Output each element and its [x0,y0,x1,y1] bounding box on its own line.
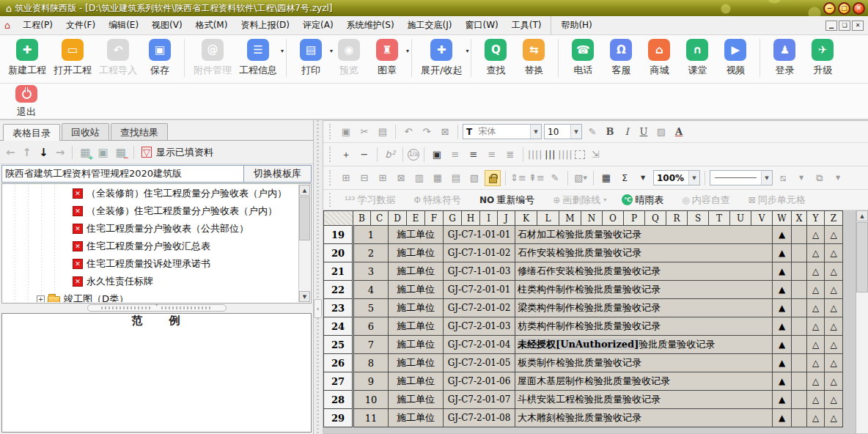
lock-cell-icon[interactable] [485,170,501,186]
cut-icon[interactable]: ✂ [356,124,372,140]
cell-mark-w[interactable]: ▲ [773,244,792,262]
toolbar-button[interactable]: ⇆ 替换 [515,39,553,77]
cell-mark-w[interactable]: ▲ [773,226,792,244]
cell-mark-w[interactable]: ▲ [773,262,792,281]
superscript-icon[interactable]: b² [382,147,398,163]
font-size-select[interactable]: 10 ▼ [544,124,582,139]
toolbar-button[interactable]: ✚ 展开/收起 ▾ [417,39,466,77]
line-spacing-icon[interactable]: ⇞≡ [529,170,545,186]
cell-mark-x[interactable] [792,409,807,427]
toolbar-button[interactable]: ▶ 视频 [716,39,754,77]
cell-name[interactable]: 斗栱安装工程检验批质量验收记录 [515,391,773,409]
cell-mark-y[interactable]: △ [807,244,825,262]
tree-expander-icon[interactable]: + [37,295,45,302]
toolbar-button[interactable]: Ω 客服 [602,39,640,77]
row-header[interactable]: 26 [324,354,353,372]
shrink-icon[interactable]: ⇲ [587,147,603,163]
row-header[interactable]: 24 [324,317,353,336]
toolbar-button[interactable]: ◉ 预览 [330,39,368,77]
column-header[interactable]: C [371,211,389,226]
cell-unit[interactable]: 施工单位 [389,372,444,391]
selection-box-icon[interactable] [575,150,585,159]
cell-mark-y[interactable]: △ [807,317,825,336]
toolbar-button[interactable]: ♜ 图章 ▾ [368,39,406,77]
cell-mark-z[interactable]: △ [825,354,843,372]
vertical-text-icon[interactable]: |||| [528,150,542,160]
cell-mark-z[interactable]: △ [825,409,843,427]
sidebar-tab[interactable]: 表格目录 [3,124,60,141]
dropdown-arrow-icon[interactable]: ▾ [281,48,284,54]
cell-mark-w[interactable]: ▲ [773,354,792,372]
cell-name[interactable]: 大木雕刻检验批质量验收记录 [515,409,773,427]
cell-code[interactable]: GJ-C7-2-01-07 [444,391,515,409]
column-header[interactable]: N [581,211,603,226]
fraction-icon[interactable]: 1/a [408,149,419,161]
column-header[interactable]: K [515,211,537,226]
table-border-icon[interactable]: ▧ [466,170,482,186]
toolbar-button[interactable]: ▤ 打印 ▾ [292,39,330,77]
redo-icon[interactable]: ↷ [419,124,435,140]
column-header[interactable]: X [792,211,807,226]
sum-icon[interactable]: Σ [617,170,633,186]
cell-mark-z[interactable]: △ [825,317,843,336]
maximize-button[interactable]: □ [838,2,850,15]
column-header[interactable]: P [624,211,645,226]
zoom-out-icon[interactable]: − [356,147,372,163]
cell-mark-x[interactable] [792,244,807,262]
tree-item[interactable]: 住宅工程质量分户验收汇总表 [3,238,298,255]
column-header[interactable]: T [709,211,730,226]
row-header[interactable]: 29 [324,409,353,427]
merge-cells-icon[interactable]: ▥ [411,170,427,186]
cell-mark-y[interactable]: △ [807,409,825,427]
column-header[interactable]: G [444,211,462,226]
chevron-down-icon[interactable]: ▼ [570,125,581,139]
delete-col-icon[interactable]: ⊠ [393,170,409,186]
cell-mark-x[interactable] [792,336,807,354]
cell-mark-y[interactable]: △ [807,391,825,409]
cell-seq[interactable]: 5 [353,299,389,317]
row-height-icon[interactable]: ⇕≡ [510,170,526,186]
fill-color-icon[interactable]: ▨ [653,124,669,140]
vertical-splitter[interactable]: ‹ [314,120,323,434]
cell-unit[interactable]: 施工单位 [389,299,444,317]
collapse-left-icon[interactable]: ‹ [314,299,322,318]
row-header[interactable]: 20 [324,244,353,262]
cell-mark-x[interactable] [792,226,807,244]
nav-up-icon[interactable]: ↑ [23,146,32,159]
cell-mark-z[interactable]: △ [825,336,843,354]
toolbar-button[interactable]: Q 查找 [477,39,515,77]
grid-icon[interactable]: ▦ [598,170,614,186]
cell-unit[interactable]: 施工单位 [389,281,444,299]
align-right-icon[interactable]: ≡ [484,147,500,163]
vertical-center-icon[interactable]: ||| [545,150,556,160]
menu-item[interactable]: 施工交底(J) [401,16,459,34]
cell-code[interactable]: GJ-C7-1-01-01 [444,226,515,244]
dropdown-arrow-icon[interactable]: ▾ [406,48,409,54]
cell-mark-x[interactable] [792,354,807,372]
column-header[interactable]: L [537,211,559,226]
scroll-down-icon[interactable]: ▼ [299,291,310,302]
sum-dropdown-icon[interactable]: ▼ [635,170,651,186]
toolbar-button[interactable]: ⌂ 商城 [640,39,678,77]
row-header[interactable]: 25 [324,336,353,354]
cell-mark-y[interactable]: △ [807,336,825,354]
column-header[interactable]: E [407,211,425,226]
cell-mark-w[interactable]: ▲ [773,336,792,354]
cell-mark-x[interactable] [792,317,807,336]
cell-seq[interactable]: 8 [353,354,389,372]
editor-action-button[interactable]: ¹²³ 学习数据 [338,194,405,207]
align-center-icon[interactable]: ≡ [466,147,482,163]
diagonal-dropdown-icon[interactable]: ▼ [793,170,809,186]
cell-unit[interactable]: 施工单位 [389,354,444,372]
toolbar-button[interactable]: ↶ 工程导入 [95,39,141,77]
toolbar-button[interactable]: ✚ 新建工程 [4,39,50,77]
italic-button[interactable]: I [619,126,634,137]
tree-item[interactable]: 永久性责任标牌 [3,273,298,290]
text-frame-icon[interactable]: ▣ [429,147,445,163]
menu-item[interactable]: 评定(A) [296,16,340,34]
cell-mark-y[interactable]: △ [807,281,825,299]
mdi-minimize-button[interactable]: ▁ [825,21,837,31]
cell-mark-w[interactable]: ▲ [773,372,792,391]
format-painter-icon[interactable]: ✎ [547,170,563,186]
cell-code[interactable]: GJ-C7-2-01-03 [444,317,515,336]
